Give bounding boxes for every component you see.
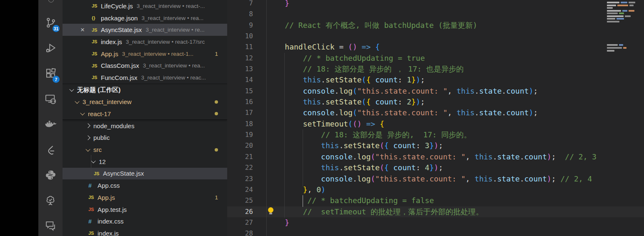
extensions-button[interactable]: 7 bbox=[38, 61, 63, 86]
minimap-line bbox=[607, 47, 626, 49]
chevron-down-icon bbox=[80, 111, 85, 115]
chat-button[interactable] bbox=[38, 213, 63, 236]
file-name: AsyncState.jsx bbox=[101, 26, 142, 33]
extensions-badge: 7 bbox=[53, 76, 60, 83]
remote-explorer-button[interactable] bbox=[38, 86, 63, 112]
line-number: 20 bbox=[227, 140, 253, 151]
open-editor-item[interactable]: JSApp.js3_react_interview • react-1...1 bbox=[63, 48, 227, 60]
file-path: 3_react_interview • rea... bbox=[143, 62, 205, 69]
line-number: 19 bbox=[227, 129, 253, 140]
docker-button[interactable] bbox=[38, 112, 63, 137]
modified-dot bbox=[215, 148, 218, 152]
tree-file-index.css[interactable]: #index.css bbox=[63, 215, 227, 227]
code-line[interactable] bbox=[267, 31, 644, 42]
tree-file-App.js[interactable]: JSApp.js1 bbox=[63, 191, 227, 204]
code-line[interactable]: } bbox=[267, 217, 644, 228]
code-line[interactable]: // * batchedUpdating = false bbox=[267, 195, 644, 206]
tree-item-label: AsyncState.jsx bbox=[103, 170, 144, 177]
minimap-line bbox=[607, 7, 613, 9]
js-file-icon: JS bbox=[92, 51, 101, 56]
js-file-icon: JS bbox=[94, 171, 103, 176]
code-line[interactable]: handleClick = () => { bbox=[267, 42, 644, 52]
python-button[interactable] bbox=[38, 162, 63, 188]
line-number: 27 bbox=[227, 217, 253, 228]
modified-dot bbox=[215, 112, 218, 115]
line-number: 11 bbox=[227, 42, 253, 52]
code-line[interactable]: // React 有个概念, 叫做 batchUpdate (批量更新) bbox=[267, 20, 644, 31]
code-line[interactable]: this.setState({ count: 1}); bbox=[267, 75, 644, 85]
modified-count-badge: 1 bbox=[215, 194, 218, 201]
tree-folder-3_react_interview[interactable]: 3_react_interview bbox=[63, 96, 227, 108]
docker-icon bbox=[44, 118, 57, 131]
explorer-sidebar: JSLifeCycle.js3_react_interview • react-… bbox=[63, 0, 227, 236]
js-file-icon: JS bbox=[88, 195, 98, 200]
code-line[interactable] bbox=[267, 228, 644, 236]
tree-item-label: App.css bbox=[98, 182, 120, 189]
file-path: 3_react_interview • reac... bbox=[141, 75, 206, 81]
code-line[interactable]: console.log("this.state.count: ", this.s… bbox=[267, 152, 644, 162]
open-editor-item[interactable]: JSindex.js3_react_interview • react-17/s… bbox=[63, 36, 227, 48]
open-editor-item[interactable]: JSLifeCycle.js3_react_interview • react-… bbox=[63, 0, 227, 12]
testing-tree-button[interactable] bbox=[38, 188, 63, 213]
tree-folder-src[interactable]: src bbox=[63, 144, 227, 156]
line-number: 17 bbox=[227, 107, 253, 118]
testing-tree-icon bbox=[45, 195, 56, 206]
code-line[interactable]: // * batchedUpdating = true bbox=[267, 53, 644, 64]
leetcode-button[interactable] bbox=[38, 137, 63, 162]
tree-file-App.test.js[interactable]: JSApp.test.js bbox=[63, 204, 227, 216]
code-line[interactable]: this.setState({ count: 3}); bbox=[267, 140, 644, 151]
css-file-icon: # bbox=[88, 218, 98, 225]
tree-folder-public[interactable]: public bbox=[63, 132, 227, 144]
line-number: 9 bbox=[227, 20, 253, 31]
code-line[interactable]: console.log("this.state.count: ", this.s… bbox=[267, 174, 644, 184]
tree-indent-guide bbox=[91, 155, 91, 179]
css-file-icon: # bbox=[88, 182, 98, 189]
code-line[interactable]: console.log("this.state.count: ", this.s… bbox=[267, 86, 644, 97]
js-file-icon: JS bbox=[92, 27, 101, 32]
line-number: 15 bbox=[227, 86, 253, 97]
close-editor-icon[interactable]: × bbox=[80, 26, 92, 33]
open-editor-item[interactable]: JSClassCom.jsx3_react_interview • rea... bbox=[63, 60, 227, 72]
code-line[interactable]: this.setState({ count: 4}); bbox=[267, 162, 644, 173]
chevron-right-icon bbox=[85, 135, 90, 140]
minimap-line bbox=[607, 2, 635, 3]
run-and-debug-button[interactable] bbox=[38, 35, 63, 61]
file-name: package.json bbox=[101, 15, 138, 22]
code-line[interactable]: } bbox=[267, 0, 644, 9]
code-editor[interactable]: 7891011121314151617181920212223242526272… bbox=[227, 0, 644, 236]
tree-item-label: 3_react_interview bbox=[83, 98, 132, 105]
line-number: 25 bbox=[227, 195, 253, 206]
open-editor-item[interactable]: {}package.json3_react_interview • rea... bbox=[63, 12, 227, 24]
tree-file-AsyncState.jsx[interactable]: JSAsyncState.jsx bbox=[63, 168, 227, 180]
code-line[interactable] bbox=[267, 9, 644, 20]
minimap-line bbox=[607, 5, 634, 6]
line-number: 7 bbox=[227, 0, 253, 9]
chevron-down-icon bbox=[91, 159, 95, 163]
tree-file-index.js[interactable]: JSindex.js bbox=[63, 227, 227, 236]
tree-folder-react-17[interactable]: react-17 bbox=[63, 108, 227, 120]
code-line[interactable]: console.log("this.state.count: ", this.s… bbox=[267, 107, 644, 118]
code-line[interactable]: // 18: 这部分是 异步的 ， 17: 也是异步的 bbox=[267, 64, 644, 75]
tree-folder-12[interactable]: 12 bbox=[63, 156, 227, 168]
code-line[interactable]: this.setState({ count: 2}); bbox=[267, 97, 644, 107]
code-line[interactable]: setTimeout(() => { bbox=[267, 119, 644, 129]
minimap-line bbox=[607, 15, 631, 17]
code-line[interactable]: // 18: 这部分是 异步的, 17: 同步的。 bbox=[267, 129, 644, 140]
chevron-down-icon bbox=[69, 87, 74, 92]
minimap-line bbox=[607, 12, 624, 14]
code-line[interactable]: // setTimeout 的批处理，落后于外部的批处理。 bbox=[267, 206, 644, 217]
chevron-down-icon bbox=[85, 147, 90, 152]
tree-item-label: 无标题 (工作区) bbox=[77, 86, 120, 94]
file-name: ClassCom.jsx bbox=[101, 62, 139, 69]
tree-file-App.css[interactable]: #App.css bbox=[63, 179, 227, 191]
open-editor-item[interactable]: ×JSAsyncState.jsx3_react_interview • re.… bbox=[63, 24, 227, 36]
workspace-tree: 无标题 (工作区)3_react_interviewreact-17node_m… bbox=[63, 84, 227, 236]
source-control-button[interactable]: 31 bbox=[38, 10, 63, 35]
tree-folder-无标题 (工作区)[interactable]: 无标题 (工作区) bbox=[63, 84, 227, 96]
minimap-line bbox=[607, 21, 619, 22]
code-line[interactable]: }, 0) bbox=[267, 184, 644, 195]
file-path: 3_react_interview • react-1... bbox=[122, 51, 193, 57]
tree-folder-node_modules[interactable]: node_modules bbox=[63, 120, 227, 132]
open-editor-item[interactable]: JSFuncCom.jsx3_react_interview • reac... bbox=[63, 72, 227, 84]
line-number: 26 bbox=[227, 206, 253, 217]
